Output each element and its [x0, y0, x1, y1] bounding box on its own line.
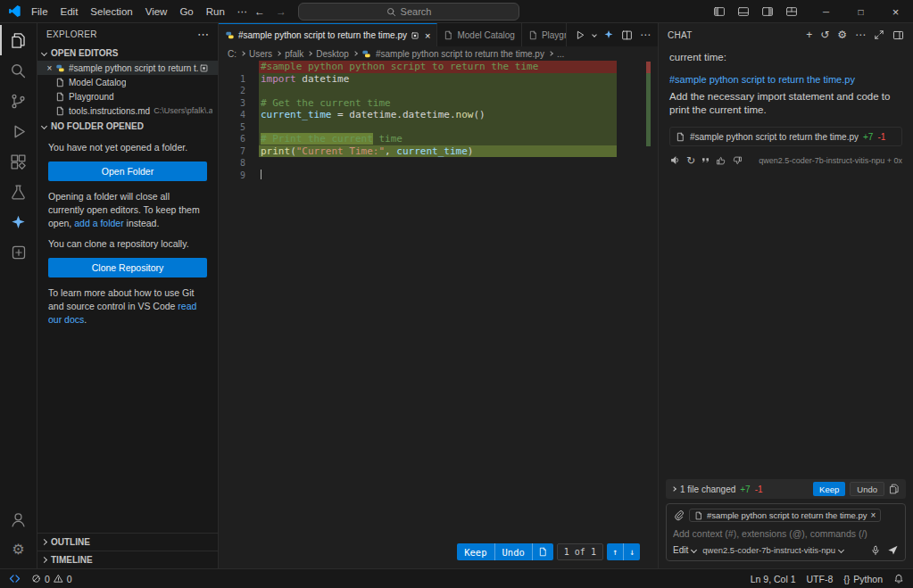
toggle-secondary-sidebar-icon[interactable]: [761, 5, 774, 18]
menu-go[interactable]: Go: [173, 0, 199, 23]
mode-picker[interactable]: Edit: [673, 545, 696, 555]
code-line-2[interactable]: 2: [219, 85, 658, 97]
panel-layout-icon[interactable]: [892, 29, 904, 41]
cursor-position[interactable]: Ln 9, Col 1: [745, 569, 801, 588]
new-chat-icon[interactable]: +: [806, 29, 812, 40]
menu-view[interactable]: View: [139, 0, 174, 23]
more-icon[interactable]: ⋯: [855, 29, 866, 40]
tab-model-catalog[interactable]: Model Catalog: [437, 23, 521, 46]
code-line-8[interactable]: 8: [219, 157, 658, 170]
code-line-7[interactable]: 7print("Current Time:", current_time): [219, 145, 658, 158]
problems-status[interactable]: 0 0: [26, 569, 78, 588]
no-folder-header[interactable]: NO FOLDER OPENED: [37, 118, 218, 134]
model-picker[interactable]: qwen2.5-coder-7b-instruct-vitis-npu: [702, 545, 843, 555]
run-dropdown-icon[interactable]: [592, 32, 597, 37]
view-all-edits-icon[interactable]: [889, 484, 900, 494]
menu-edit[interactable]: Edit: [54, 0, 85, 23]
language-mode[interactable]: {} Python: [838, 569, 888, 588]
open-editor-item-sample[interactable]: × #sample python script to return t...: [37, 61, 218, 75]
attach-context-icon[interactable]: [673, 509, 685, 521]
keep-button[interactable]: Keep: [457, 543, 494, 560]
chat-input-container[interactable]: #sample python script to return the time…: [666, 503, 906, 561]
more-icon[interactable]: ⋯: [197, 28, 209, 41]
menu-run[interactable]: Run: [200, 0, 231, 23]
tab-sample-python[interactable]: #sample python script to return the time…: [219, 23, 437, 46]
breadcrumb-item[interactable]: #sample python script to return the time…: [376, 49, 544, 59]
code-line-1[interactable]: 1import datetime: [219, 73, 658, 86]
remote-icon[interactable]: [4, 569, 26, 588]
forward-icon[interactable]: →: [271, 3, 291, 21]
run-file-icon[interactable]: [574, 29, 585, 41]
thumbs-up-icon[interactable]: [716, 155, 726, 166]
chat-input[interactable]: Add context (#), extensions (@), command…: [673, 526, 899, 541]
menu-file[interactable]: File: [25, 0, 54, 23]
breadcrumb-item[interactable]: pfalk: [285, 49, 303, 59]
open-editor-item-playground[interactable]: Playground: [37, 89, 218, 104]
menu-selection[interactable]: Selection: [84, 0, 138, 23]
remove-attachment-icon[interactable]: ×: [871, 510, 876, 520]
undo-button[interactable]: Undo: [494, 543, 532, 560]
search-box[interactable]: Search: [298, 3, 519, 21]
activity-ai-toolkit[interactable]: [0, 207, 37, 237]
changed-file-item[interactable]: #sample python script to return the time…: [669, 127, 902, 146]
gear-icon[interactable]: ⚙: [837, 29, 847, 40]
activity-search[interactable]: [0, 55, 37, 86]
manage-button[interactable]: ⚙: [0, 534, 37, 565]
thumbs-down-icon[interactable]: [732, 155, 743, 166]
code-line-9[interactable]: 9: [219, 170, 658, 182]
tab-playground[interactable]: Playground: [522, 23, 567, 46]
customize-layout-icon[interactable]: [785, 5, 798, 18]
add-folder-link[interactable]: add a folder: [74, 218, 123, 228]
quote-icon[interactable]: [701, 155, 710, 165]
next-change-button[interactable]: ↓: [623, 543, 640, 560]
pinned-icon[interactable]: [199, 63, 209, 73]
read-aloud-icon[interactable]: [669, 154, 681, 166]
open-changes-icon[interactable]: [532, 543, 553, 560]
encoding-status[interactable]: UTF-8: [801, 569, 839, 588]
close-window-button[interactable]: ×: [878, 0, 913, 23]
files-changed-summary[interactable]: 1 file changed +7 -1 Keep Undo: [666, 479, 906, 499]
sparkle-icon[interactable]: [603, 29, 614, 40]
breadcrumb-item[interactable]: Desktop: [316, 49, 349, 59]
send-icon[interactable]: [887, 544, 899, 556]
open-folder-button[interactable]: Open Folder: [48, 161, 207, 181]
toggle-sidebar-icon[interactable]: [713, 5, 726, 18]
breadcrumb-item[interactable]: C:: [228, 49, 237, 59]
activity-explorer[interactable]: [0, 25, 37, 55]
more-icon[interactable]: ⋯: [640, 29, 651, 41]
code-line-5[interactable]: 5: [219, 121, 658, 134]
breadcrumb-item[interactable]: Users: [249, 49, 272, 59]
code-line-3[interactable]: 3# Get the current time: [219, 97, 658, 110]
split-editor-icon[interactable]: [621, 29, 633, 41]
open-editor-item-model-catalog[interactable]: Model Catalog: [37, 75, 218, 89]
pinned-icon[interactable]: [411, 31, 419, 40]
history-icon[interactable]: ↺: [820, 29, 829, 40]
open-editor-item-instructions[interactable]: tools.instructions.md C:\Users\pfalk\.ai…: [37, 104, 218, 118]
code-editor[interactable]: #sample python python script to return t…: [219, 61, 658, 568]
breadcrumb-item[interactable]: ...: [557, 49, 564, 59]
code-line-deleted[interactable]: #sample python python script to return t…: [219, 61, 658, 73]
activity-testing[interactable]: [0, 177, 37, 207]
toggle-panel-icon[interactable]: [737, 5, 750, 18]
regenerate-icon[interactable]: ↻: [686, 155, 695, 166]
back-icon[interactable]: ←: [250, 3, 270, 21]
code-line-4[interactable]: 4current_time = datetime.datetime.now(): [219, 109, 658, 121]
chat-keep-button[interactable]: Keep: [813, 482, 845, 496]
activity-extensions[interactable]: [0, 146, 37, 177]
chat-file-link[interactable]: #sample python script to return the time…: [669, 74, 902, 85]
previous-change-button[interactable]: ↑: [607, 543, 623, 560]
close-icon[interactable]: ×: [44, 63, 55, 73]
maximize-button[interactable]: □: [843, 0, 878, 23]
accounts-button[interactable]: [0, 504, 37, 534]
attached-file-chip[interactable]: #sample python script to return the time…: [689, 509, 881, 522]
clone-repository-button[interactable]: Clone Repository: [48, 258, 207, 277]
minimize-button[interactable]: ─: [809, 0, 843, 23]
code-line-6[interactable]: 6# Print the current time: [219, 133, 658, 145]
outline-header[interactable]: OUTLINE: [37, 533, 218, 551]
bell-icon[interactable]: [888, 569, 909, 588]
close-icon[interactable]: ×: [425, 30, 430, 41]
expand-icon[interactable]: [874, 29, 884, 40]
activity-ai-playground[interactable]: [0, 237, 37, 268]
open-editors-header[interactable]: OPEN EDITORS: [37, 45, 218, 61]
timeline-header[interactable]: TIMELINE: [37, 551, 218, 568]
